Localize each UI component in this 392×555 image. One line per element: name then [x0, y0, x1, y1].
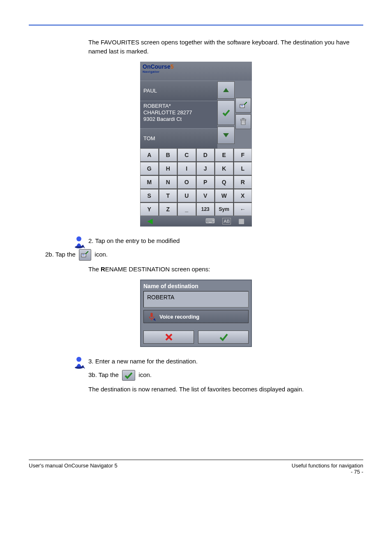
step-3b-part1: Tap the: [99, 371, 120, 378]
svg-marker-0: [223, 88, 229, 92]
favourite-row-label: TOM: [143, 135, 155, 141]
back-button[interactable]: ◀: [148, 217, 152, 225]
svg-marker-5: [244, 102, 247, 105]
rename-screen-caption: The RENAME DESTINATION screen opens:: [88, 265, 351, 274]
keyboard-key[interactable]: N: [159, 176, 178, 189]
favourite-selected-city: CHARLOTTE 28277: [143, 109, 214, 116]
final-text: The destination is now renamed. The list…: [88, 385, 351, 394]
destination-name-input[interactable]: ROBERTA: [143, 291, 249, 308]
toolbar-input-mode-icon[interactable]: AB: [222, 218, 231, 224]
keyboard-key[interactable]: W: [215, 189, 233, 202]
checkmark-icon: [219, 333, 228, 342]
keyboard-key[interactable]: U: [178, 189, 196, 202]
keyboard-key[interactable]: O: [178, 176, 196, 189]
x-icon: [164, 333, 173, 342]
triangle-down-icon: [223, 133, 229, 138]
step-2a-text: Tap on the entry to be modified: [95, 237, 180, 244]
step-3a-text: Enter a new name for the destination.: [95, 358, 198, 365]
favourite-row-selected[interactable]: ROBERTA* CHARLOTTE 28277 9302 Bacardi Ct: [140, 101, 217, 128]
keyboard-key[interactable]: G: [140, 162, 159, 175]
ok-button-inline: [122, 370, 135, 381]
svg-marker-1: [223, 133, 229, 137]
svg-point-13: [76, 236, 81, 241]
keyboard-key[interactable]: X: [234, 189, 252, 202]
favourite-selected-name: ROBERTA*: [143, 103, 214, 109]
checkmark-icon: [222, 109, 230, 117]
page-footer: User's manual OnCourse Navigator 5 Usefu…: [29, 460, 363, 475]
keyboard-key[interactable]: Y: [140, 203, 159, 216]
svg-marker-18: [85, 251, 88, 254]
microphone-icon: [147, 312, 156, 321]
voice-recording-label: Voice recording: [159, 314, 199, 320]
keyboard-key-sym[interactable]: Sym: [215, 203, 233, 216]
triangle-up-icon: [223, 88, 229, 92]
intro-text: The FAVOURITES screen opens together wit…: [88, 38, 351, 56]
keyboard-key[interactable]: Z: [159, 203, 178, 216]
checkmark-icon: [124, 372, 133, 379]
favourite-selected-street: 9302 Bacardi Ct: [143, 116, 214, 123]
edit-button-inline: [79, 249, 91, 261]
edit-icon: [81, 251, 88, 258]
keyboard-key[interactable]: J: [196, 162, 215, 175]
keyboard-key[interactable]: F: [234, 148, 252, 162]
edit-icon: [240, 102, 247, 109]
favourite-row[interactable]: PAUL: [140, 81, 217, 101]
dialog-cancel-button[interactable]: [143, 331, 194, 344]
keyboard-key[interactable]: B: [159, 148, 178, 162]
rename-dialog-screenshot: Name of destination ROBERTA Voice record…: [140, 280, 252, 347]
keyboard-key-123[interactable]: 123: [196, 203, 215, 216]
footer-right-title: Useful functions for navigation: [292, 462, 363, 469]
scroll-down-button[interactable]: [217, 127, 235, 144]
dialog-ok-button[interactable]: [198, 331, 249, 344]
keyboard-key[interactable]: R: [234, 176, 252, 189]
app-brand: OnCourse5 Navigator: [140, 62, 252, 81]
favourites-screenshot: OnCourse5 Navigator PAUL ROBERTA* CHARLO…: [140, 62, 252, 227]
dialog-caption: Name of destination: [143, 283, 249, 289]
favourite-row-label: PAUL: [143, 88, 157, 94]
keyboard-key[interactable]: I: [178, 162, 196, 175]
select-check-button[interactable]: [217, 100, 235, 125]
keyboard-key[interactable]: A: [140, 148, 159, 162]
delete-button[interactable]: [235, 114, 251, 129]
keyboard-key[interactable]: D: [196, 148, 215, 162]
keyboard-key[interactable]: V: [196, 189, 215, 202]
keyboard-key[interactable]: L: [234, 162, 252, 175]
software-keyboard: A B C D E F G H I J K L M N O P Q R S T …: [140, 148, 252, 216]
keyboard-key[interactable]: S: [140, 189, 159, 202]
edit-button[interactable]: [235, 98, 251, 113]
keyboard-key-space[interactable]: _: [178, 203, 196, 216]
keyboard-key[interactable]: P: [196, 176, 215, 189]
keyboard-key-backspace[interactable]: ←: [234, 203, 252, 216]
svg-marker-21: [153, 318, 156, 321]
pawn-icon: [74, 235, 85, 249]
pawn-icon: [74, 355, 85, 369]
footer-left: User's manual OnCourse Navigator 5: [29, 462, 118, 475]
toolbar-keyboard-icon[interactable]: ⌨: [205, 217, 215, 225]
svg-rect-8: [242, 118, 244, 119]
keyboard-key[interactable]: M: [140, 176, 159, 189]
keyboard-key[interactable]: E: [215, 148, 233, 162]
svg-rect-19: [150, 313, 153, 317]
keyboard-key[interactable]: C: [178, 148, 196, 162]
keyboard-key[interactable]: K: [215, 162, 233, 175]
keyboard-key[interactable]: Q: [215, 176, 233, 189]
trash-icon: [240, 118, 247, 125]
header-rule: [29, 25, 363, 25]
footer-page-number: - 75 -: [292, 469, 363, 475]
bottom-toolbar: ◀ ⌨ AB ▦: [140, 216, 252, 227]
favourite-row[interactable]: TOM: [140, 128, 217, 148]
scroll-up-button[interactable]: [217, 81, 235, 99]
keyboard-key[interactable]: H: [159, 162, 178, 175]
toolbar-grid-icon[interactable]: ▦: [238, 217, 244, 225]
svg-point-25: [76, 357, 81, 362]
step-2b-part1: Tap the: [55, 251, 77, 258]
step-3b-part2: icon.: [138, 371, 152, 378]
step-2b-part2: icon.: [95, 251, 108, 258]
voice-recording-button[interactable]: Voice recording: [143, 310, 249, 323]
keyboard-key[interactable]: T: [159, 189, 178, 202]
